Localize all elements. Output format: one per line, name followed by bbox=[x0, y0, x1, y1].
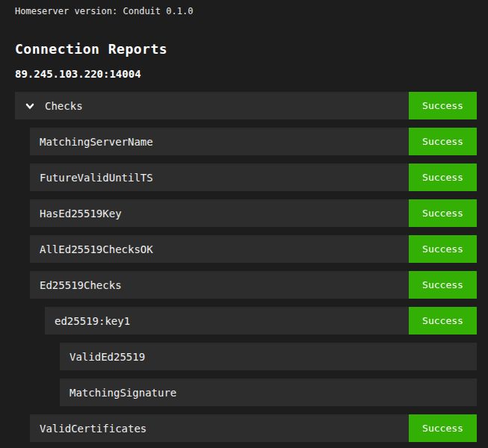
server-address: 89.245.103.220:14004 bbox=[15, 68, 477, 80]
check-label: ed25519:key1 bbox=[55, 315, 130, 327]
check-row[interactable]: MatchingServerName Success bbox=[30, 128, 477, 155]
check-label: Checks bbox=[45, 100, 83, 112]
check-label: Ed25519Checks bbox=[40, 279, 122, 291]
check-label: ValidCertificates bbox=[40, 423, 146, 435]
check-label: AllEd25519ChecksOK bbox=[40, 243, 153, 255]
status-badge: Success bbox=[409, 164, 477, 191]
check-row[interactable]: Ed25519Checks Success bbox=[30, 271, 477, 299]
check-row[interactable]: ed25519:key1 Success bbox=[45, 307, 477, 335]
check-row[interactable]: ValidEd25519 bbox=[60, 343, 477, 370]
homeserver-version-text: Homeserver version: Conduit 0.1.0 bbox=[15, 6, 477, 16]
status-badge: Success bbox=[409, 128, 477, 155]
page: Homeserver version: Conduit 0.1.0 Connec… bbox=[0, 0, 488, 442]
chevron-down-icon bbox=[25, 101, 35, 111]
check-label: FutureValidUntilTS bbox=[40, 172, 153, 184]
check-label: HasEd25519Key bbox=[40, 208, 122, 220]
status-badge: Success bbox=[409, 92, 477, 119]
status-badge: Success bbox=[409, 414, 477, 442]
check-row[interactable]: FutureValidUntilTS Success bbox=[30, 164, 477, 191]
check-row[interactable]: ValidCertificates Success bbox=[30, 414, 477, 442]
check-row[interactable]: Checks Success bbox=[15, 92, 477, 119]
check-label: MatchingSignature bbox=[70, 387, 176, 399]
check-row[interactable]: AllEd25519ChecksOK Success bbox=[30, 235, 477, 263]
status-badge: Success bbox=[409, 199, 477, 227]
check-label: ValidEd25519 bbox=[70, 351, 145, 363]
status-badge: Success bbox=[409, 271, 477, 299]
report-list: Checks Success MatchingServerName Succes… bbox=[15, 92, 477, 442]
check-row[interactable]: HasEd25519Key Success bbox=[30, 199, 477, 227]
check-row[interactable]: MatchingSignature bbox=[60, 379, 477, 406]
status-badge: Success bbox=[409, 307, 477, 335]
page-title: Connection Reports bbox=[15, 41, 477, 57]
check-label: MatchingServerName bbox=[40, 136, 153, 148]
status-badge: Success bbox=[409, 235, 477, 263]
